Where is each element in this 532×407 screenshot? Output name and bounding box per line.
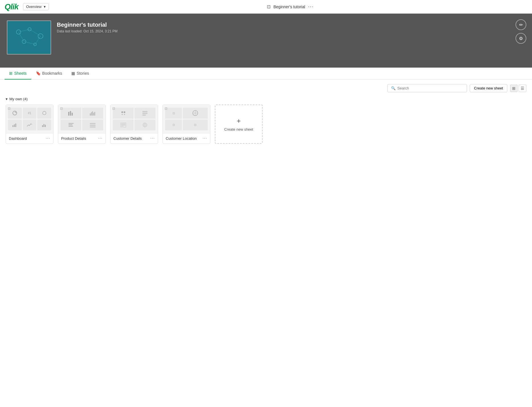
svg-rect-37 — [142, 111, 147, 112]
svg-rect-32 — [90, 126, 95, 128]
customer-details-more-button[interactable]: ··· — [150, 136, 155, 141]
dashboard-label: Dashboard — [9, 136, 27, 141]
svg-point-33 — [121, 111, 123, 113]
qlik-logo: Qlik — [5, 2, 18, 11]
customer-location-label: Customer Location — [166, 136, 197, 141]
customer-details-thumbnail: ⊡ — [111, 105, 158, 133]
customer-location-footer: Customer Location ··· — [163, 133, 210, 143]
section-label: My own (4) — [9, 97, 28, 101]
product-details-more-button[interactable]: ··· — [98, 136, 103, 141]
my-own-section-header[interactable]: ▾ My own (4) — [6, 97, 526, 101]
sheet-card-product-details[interactable]: ⊡ Product Details ··· — [58, 105, 106, 144]
overview-dropdown[interactable]: Overview ▾ — [23, 3, 49, 10]
hero-info: Beginner's tutorial Data last loaded: Oc… — [57, 20, 117, 33]
sheet-card-dashboard[interactable]: #1 ⊡ Dashb — [6, 105, 53, 144]
product-details-label: Product Details — [61, 136, 86, 141]
svg-rect-41 — [121, 124, 125, 124]
data-last-loaded: Data last loaded: Oct 15, 2024, 3:21 PM — [57, 29, 117, 33]
svg-point-34 — [124, 111, 125, 113]
svg-rect-14 — [14, 124, 15, 127]
bookmarks-tab-icon: 🔖 — [36, 71, 41, 76]
svg-rect-29 — [68, 126, 73, 127]
cust-thumb-3 — [113, 120, 134, 131]
sheet-icon: ⊡ — [267, 4, 271, 9]
svg-rect-31 — [90, 125, 95, 126]
svg-rect-20 — [70, 111, 71, 116]
card-icon-overlay: ⊡ — [8, 107, 11, 110]
customer-details-footer: Customer Details ··· — [111, 133, 158, 143]
product-card-icon: ⊡ — [60, 107, 63, 110]
create-new-sheet-button[interactable]: Create new sheet — [470, 84, 507, 92]
svg-point-36 — [124, 114, 125, 115]
thumb-cell-3 — [37, 108, 51, 119]
dashboard-thumbnail: #1 ⊡ — [6, 105, 53, 133]
stories-tab-label: Stories — [77, 71, 89, 76]
thumb-cell-6 — [37, 120, 51, 131]
loc-thumb-right-bottom: ⊡ — [183, 120, 208, 131]
customer-location-card-icon: ⊡ — [165, 107, 167, 110]
sheets-tab-label: Sheets — [14, 71, 27, 76]
svg-rect-0 — [8, 21, 51, 54]
tab-sheets[interactable]: ⊞ Sheets — [5, 68, 31, 80]
svg-rect-26 — [94, 112, 95, 116]
cust-thumb-1 — [113, 108, 134, 119]
chevron-icon: ▾ — [6, 97, 8, 101]
svg-rect-13 — [13, 125, 13, 127]
cust-thumb-4 — [134, 120, 155, 131]
loc-thumb-right-top — [183, 108, 208, 119]
customer-location-thumbnail: ⊡ ⊡ ⊡ ⊡ — [163, 105, 210, 133]
thumb-cell-4 — [8, 120, 22, 131]
customer-details-card-icon: ⊡ — [112, 107, 115, 110]
svg-rect-38 — [142, 113, 147, 114]
svg-rect-28 — [68, 124, 72, 125]
dropdown-label: Overview — [26, 5, 41, 9]
chevron-down-icon: ▾ — [44, 5, 46, 9]
hero-actions: ✏ ⚙ — [516, 19, 526, 44]
svg-rect-30 — [90, 123, 95, 124]
svg-rect-18 — [45, 125, 46, 127]
create-new-sheet-card[interactable]: + Create new sheet — [215, 105, 263, 144]
customer-location-more-button[interactable]: ··· — [203, 136, 207, 141]
svg-rect-42 — [121, 125, 125, 125]
svg-point-12 — [43, 111, 46, 115]
sheet-grid: #1 ⊡ Dashb — [6, 105, 526, 144]
svg-rect-22 — [90, 113, 91, 116]
search-box[interactable]: 🔍 — [387, 84, 467, 92]
prod-thumb-2 — [82, 108, 103, 119]
settings-button[interactable]: ⚙ — [516, 33, 526, 44]
svg-rect-16 — [42, 125, 43, 127]
svg-rect-19 — [68, 112, 69, 116]
svg-point-35 — [122, 114, 123, 115]
svg-rect-15 — [15, 124, 16, 127]
thumb-cell-5 — [23, 120, 37, 131]
loc-thumb-left-top: ⊡ — [165, 108, 182, 119]
cust-thumb-2 — [134, 108, 155, 119]
dashboard-more-button[interactable]: ··· — [46, 136, 50, 141]
content-toolbar: 🔍 Create new sheet ⊞ ☰ — [6, 84, 526, 92]
svg-rect-23 — [91, 112, 92, 116]
grid-view-button[interactable]: ⊞ — [510, 85, 518, 92]
tab-stories[interactable]: ▦ Stories — [67, 68, 94, 80]
sheet-card-customer-details[interactable]: ⊡ Customer Details ··· — [110, 105, 158, 144]
topbar: Qlik Overview ▾ ⊡ Beginner's tutorial ··… — [0, 0, 532, 14]
prod-thumb-1 — [61, 108, 81, 119]
tab-bookmarks[interactable]: 🔖 Bookmarks — [31, 68, 67, 80]
list-view-button[interactable]: ☰ — [519, 85, 526, 92]
svg-rect-27 — [68, 123, 74, 124]
stories-tab-icon: ▦ — [71, 71, 75, 76]
tabs-bar: ⊞ Sheets 🔖 Bookmarks ▦ Stories — [0, 68, 532, 80]
hero-section: Beginner's tutorial Data last loaded: Oc… — [0, 14, 532, 68]
svg-rect-43 — [121, 126, 124, 126]
app-thumbnail — [7, 20, 51, 55]
app-title: Beginner's tutorial — [57, 22, 117, 28]
topbar-center: ⊡ Beginner's tutorial ··· — [53, 4, 527, 10]
sheet-card-customer-location[interactable]: ⊡ ⊡ ⊡ ⊡ — [163, 105, 210, 144]
search-input[interactable] — [397, 86, 463, 90]
product-details-footer: Product Details ··· — [58, 133, 105, 143]
svg-rect-24 — [92, 111, 93, 116]
more-options-button[interactable]: ··· — [308, 4, 314, 10]
content-area: 🔍 Create new sheet ⊞ ☰ ▾ My own (4) #1 — [0, 80, 532, 148]
search-icon: 🔍 — [391, 86, 396, 90]
edit-button[interactable]: ✏ — [516, 19, 526, 30]
sheets-tab-icon: ⊞ — [9, 71, 13, 76]
